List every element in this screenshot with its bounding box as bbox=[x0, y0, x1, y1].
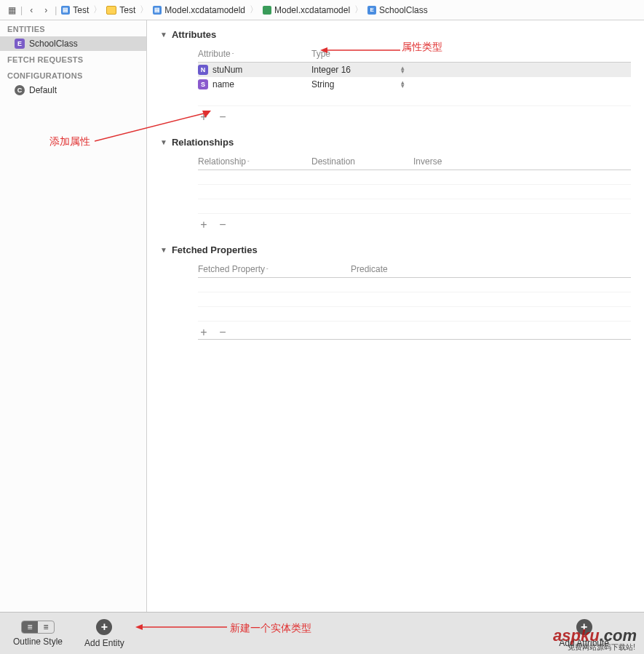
add-relationship-button[interactable]: + bbox=[198, 218, 210, 231]
relationships-header[interactable]: ▼ Relationships bbox=[160, 137, 631, 148]
disclosure-triangle-icon[interactable]: ▼ bbox=[160, 138, 167, 146]
add-entity-label: Add Entity bbox=[84, 638, 124, 648]
list-view-icon[interactable]: ≡ bbox=[22, 621, 38, 633]
add-fetched-button[interactable]: + bbox=[198, 326, 210, 339]
entity-badge-icon: E bbox=[15, 39, 25, 49]
fetch-requests-header: FETCH REQUESTS bbox=[0, 51, 146, 67]
grid-view-icon[interactable]: ≡ bbox=[38, 621, 54, 633]
outline-label: Outline Style bbox=[13, 637, 63, 647]
add-attribute-button[interactable]: + bbox=[198, 111, 210, 124]
string-type-icon: S bbox=[198, 79, 208, 89]
disclosure-triangle-icon[interactable]: ▼ bbox=[160, 31, 167, 39]
col-predicate[interactable]: Predicate bbox=[351, 264, 453, 274]
stepper-icon: ▴▾ bbox=[401, 81, 405, 88]
attribute-row[interactable]: N stuNum Integer 16 ▴▾ bbox=[198, 63, 631, 77]
col-destination[interactable]: Destination bbox=[311, 156, 413, 167]
fetched-columns: Fetched Propertyˆ Predicate bbox=[198, 261, 631, 278]
main-panel: ▼ Attributes Attributeˆ Type N stuNum In… bbox=[147, 20, 644, 631]
breadcrumb[interactable]: ▤ Test 〉 Test 〉 ▤ Model.xcdatamodeld 〉 M… bbox=[61, 4, 428, 16]
remove-fetched-button[interactable]: − bbox=[217, 326, 228, 339]
entities-header: ENTITIES bbox=[0, 20, 146, 36]
col-type[interactable]: Type bbox=[311, 49, 413, 59]
attr-name[interactable]: stuNum bbox=[212, 65, 311, 75]
relationships-buttons: + − bbox=[198, 218, 631, 231]
add-entity-button[interactable]: + Add Entity bbox=[84, 619, 124, 648]
configurations-header: CONFIGURATIONS bbox=[0, 67, 146, 83]
stepper-icon: ▴▾ bbox=[401, 66, 405, 73]
outline-style-toggle[interactable]: ≡ ≡ Outline Style bbox=[13, 621, 63, 647]
crumb-1[interactable]: Test bbox=[119, 5, 135, 15]
number-type-icon: N bbox=[198, 65, 208, 75]
plus-circle-icon: + bbox=[96, 619, 112, 635]
back-button[interactable]: ‹ bbox=[24, 4, 39, 17]
sidebar-entity-schoolclass[interactable]: E SchoolClass bbox=[0, 36, 146, 51]
entity-icon: E bbox=[367, 6, 376, 15]
remove-attribute-button[interactable]: − bbox=[217, 111, 228, 124]
crumb-4[interactable]: SchoolClass bbox=[379, 5, 428, 15]
crumb-0[interactable]: Test bbox=[73, 5, 89, 15]
col-fetched-property[interactable]: Fetched Propertyˆ bbox=[198, 264, 351, 274]
fetched-section: ▼ Fetched Properties Fetched Propertyˆ P… bbox=[160, 244, 631, 340]
sidebar: ENTITIES E SchoolClass FETCH REQUESTS CO… bbox=[0, 20, 147, 631]
attr-name[interactable]: name bbox=[212, 79, 311, 89]
fetched-header[interactable]: ▼ Fetched Properties bbox=[160, 244, 631, 255]
attributes-title: Attributes bbox=[172, 29, 216, 40]
sidebar-config-default[interactable]: C Default bbox=[0, 83, 146, 97]
model-icon: ▤ bbox=[153, 5, 162, 15]
attribute-row[interactable]: S name String ▴▾ bbox=[198, 77, 631, 92]
fetched-title: Fetched Properties bbox=[172, 244, 258, 255]
remove-relationship-button[interactable]: − bbox=[217, 218, 228, 231]
file-icon: ▤ bbox=[61, 5, 70, 15]
folder-icon bbox=[106, 6, 116, 15]
watermark-sub: 免费网站源码下载站! bbox=[568, 642, 635, 653]
grid-icon[interactable]: ▦ bbox=[4, 4, 19, 17]
relationships-section: ▼ Relationships Relationshipˆ Destinatio… bbox=[160, 137, 631, 231]
relationships-columns: Relationshipˆ Destination Inverse bbox=[198, 153, 631, 170]
attr-type-select[interactable]: String ▴▾ bbox=[311, 79, 413, 89]
attributes-buttons: + − bbox=[198, 111, 631, 124]
attributes-header[interactable]: ▼ Attributes bbox=[160, 29, 631, 40]
attributes-columns: Attributeˆ Type bbox=[198, 46, 631, 63]
attributes-section: ▼ Attributes Attributeˆ Type N stuNum In… bbox=[160, 29, 631, 124]
top-toolbar: ▦ | ‹ › | ▤ Test 〉 Test 〉 ▤ Model.xcdata… bbox=[0, 0, 644, 20]
entity-label: SchoolClass bbox=[29, 39, 78, 49]
col-inverse[interactable]: Inverse bbox=[413, 156, 631, 167]
datamodel-icon bbox=[263, 6, 271, 15]
fetched-buttons: + − bbox=[198, 326, 631, 339]
crumb-3[interactable]: Model.xcdatamodel bbox=[274, 5, 350, 15]
config-label: Default bbox=[29, 85, 57, 95]
col-attribute[interactable]: Attributeˆ bbox=[198, 49, 311, 59]
forward-button[interactable]: › bbox=[39, 4, 53, 17]
disclosure-triangle-icon[interactable]: ▼ bbox=[160, 246, 167, 254]
config-badge-icon: C bbox=[15, 85, 25, 95]
relationships-title: Relationships bbox=[172, 137, 234, 148]
crumb-2[interactable]: Model.xcdatamodeld bbox=[164, 5, 245, 15]
bottom-toolbar: ≡ ≡ Outline Style + Add Entity + Add Att… bbox=[0, 612, 644, 654]
col-relationship[interactable]: Relationshipˆ bbox=[198, 156, 311, 167]
attr-type-select[interactable]: Integer 16 ▴▾ bbox=[311, 65, 413, 75]
